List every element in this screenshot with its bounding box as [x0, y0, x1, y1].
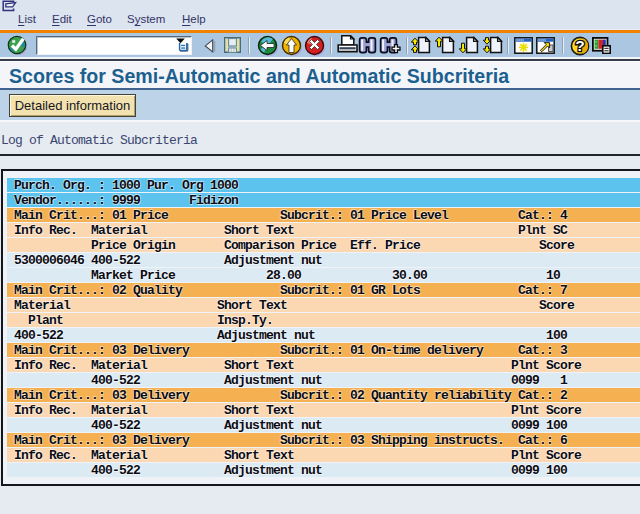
svg-text:?: ?	[575, 37, 584, 54]
